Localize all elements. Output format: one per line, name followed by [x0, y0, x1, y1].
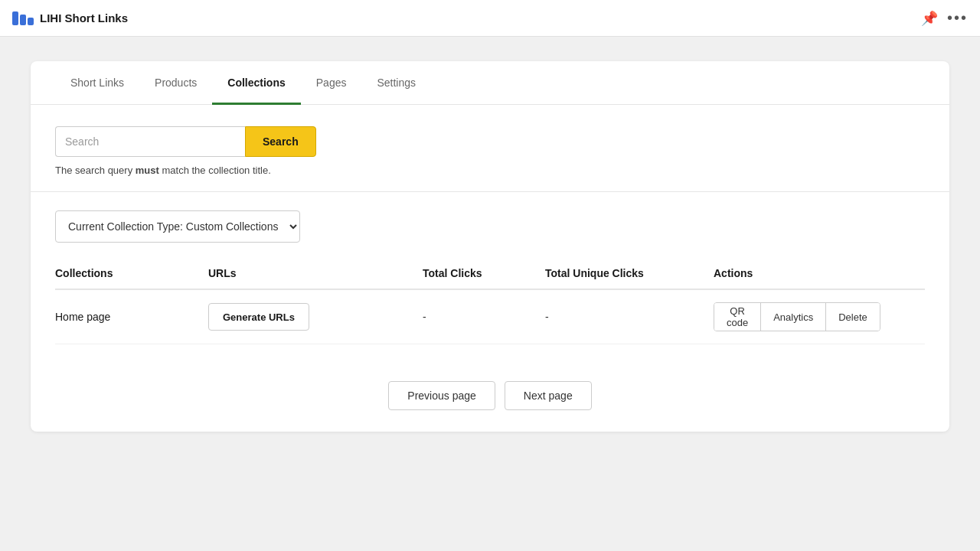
analytics-button[interactable]: Analytics	[761, 303, 826, 331]
main-content: Short Links Products Collections Pages S…	[0, 37, 980, 551]
main-card: Short Links Products Collections Pages S…	[31, 61, 949, 432]
qr-code-button[interactable]: QR code	[714, 303, 761, 331]
topbar-right: 📌 •••	[921, 9, 968, 27]
more-icon[interactable]: •••	[947, 9, 968, 27]
topbar-left: LIHI Short Links	[12, 11, 128, 25]
cell-urls: Generate URLs	[208, 303, 423, 331]
col-header-collections: Collections	[55, 267, 208, 279]
tab-settings[interactable]: Settings	[361, 61, 431, 105]
col-header-total-unique-clicks: Total Unique Clicks	[545, 267, 714, 279]
table-row: Home page Generate URLs - - QR code Anal…	[55, 290, 925, 344]
cell-actions: QR code Analytics Delete	[714, 302, 867, 331]
logo-icon	[12, 11, 34, 25]
tab-products[interactable]: Products	[139, 61, 212, 105]
section-divider	[31, 191, 949, 192]
tab-short-links[interactable]: Short Links	[55, 61, 139, 105]
tab-collections[interactable]: Collections	[212, 61, 300, 105]
col-header-total-clicks: Total Clicks	[423, 267, 545, 279]
delete-button[interactable]: Delete	[826, 303, 880, 331]
previous-page-button[interactable]: Previous page	[388, 381, 495, 410]
svg-rect-2	[28, 18, 34, 25]
cell-collection-name: Home page	[55, 311, 208, 323]
cell-total-clicks: -	[423, 311, 545, 323]
search-hint: The search query must match the collecti…	[55, 165, 925, 176]
search-row: Search	[55, 126, 925, 157]
col-header-actions: Actions	[714, 267, 867, 279]
col-header-urls: URLs	[208, 267, 423, 279]
actions-group: QR code Analytics Delete	[714, 302, 880, 331]
search-input[interactable]	[55, 126, 245, 157]
search-button[interactable]: Search	[245, 126, 316, 157]
svg-rect-1	[20, 15, 26, 25]
cell-total-unique-clicks: -	[545, 311, 714, 323]
pin-icon[interactable]: 📌	[921, 10, 938, 27]
app-title: LIHI Short Links	[40, 11, 128, 24]
tab-pages[interactable]: Pages	[301, 61, 362, 105]
tab-bar: Short Links Products Collections Pages S…	[31, 61, 949, 105]
topbar: LIHI Short Links 📌 •••	[0, 0, 980, 37]
pagination: Previous page Next page	[55, 381, 925, 410]
svg-rect-0	[12, 11, 18, 25]
collection-type-select[interactable]: Current Collection Type: Custom Collecti…	[55, 210, 300, 243]
generate-urls-button[interactable]: Generate URLs	[208, 303, 309, 331]
next-page-button[interactable]: Next page	[505, 381, 592, 410]
card-body: Search The search query must match the c…	[31, 105, 949, 432]
table-header: Collections URLs Total Clicks Total Uniq…	[55, 267, 925, 290]
